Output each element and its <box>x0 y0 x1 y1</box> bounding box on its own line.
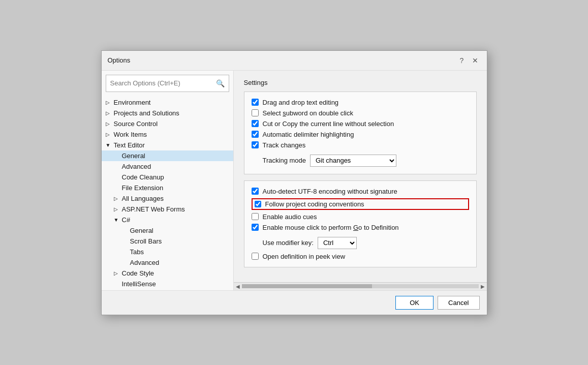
checkbox-row-drag-drop: Drag and drop text editing <box>252 97 469 108</box>
label-drag-drop[interactable]: Drag and drop text editing <box>263 99 339 106</box>
right-panel: Settings Drag and drop text editing Sele… <box>234 71 487 290</box>
tree-arrow-projects-solutions: ▷ <box>106 110 112 116</box>
tree-label-asp-net-web-forms: ASP.NET Web Forms <box>122 205 185 213</box>
left-panel: 🔍 ▷Environment▷Projects and Solutions▷So… <box>102 71 234 290</box>
cancel-button[interactable]: Cancel <box>438 296 479 310</box>
dialog-body: 🔍 ▷Environment▷Projects and Solutions▷So… <box>102 71 487 290</box>
label-auto-utf8[interactable]: Auto-detect UTF-8 encoding without signa… <box>263 188 397 195</box>
tree-label-code-style: Code Style <box>122 269 154 277</box>
tree-item-csharp[interactable]: ▼C# <box>102 215 233 225</box>
tree-arrow-csharp: ▼ <box>114 217 120 223</box>
tree-arrow-text-editor: ▼ <box>106 142 112 148</box>
label-cut-copy[interactable]: Cut or Copy the current line without sel… <box>263 120 394 128</box>
options-dialog: Options ? ✕ 🔍 ▷Environment▷Projects and … <box>101 50 487 315</box>
checkbox-row-auto-delimiter: Automatic delimiter highlighting <box>252 129 469 140</box>
checkbox-row-mouse-click-go: Enable mouse click to perform Go to Defi… <box>252 222 469 233</box>
tree-item-intellisense[interactable]: IntelliSense <box>102 279 233 289</box>
checkbox-row-track-changes: Track changes <box>252 140 469 150</box>
settings-title: Settings <box>244 79 477 86</box>
dialog-title: Options <box>108 56 131 64</box>
checkbox-cut-copy[interactable] <box>252 120 259 127</box>
help-button[interactable]: ? <box>456 55 468 66</box>
label-open-peek[interactable]: Open definition in peek view <box>263 253 346 260</box>
settings-group-1: Drag and drop text editing Select subwor… <box>244 92 477 174</box>
tree-label-csharp-advanced: Advanced <box>130 259 160 266</box>
settings-group-2: Auto-detect UTF-8 encoding without signa… <box>244 180 477 267</box>
tree-item-code-cleanup[interactable]: Code Cleanup <box>102 172 233 182</box>
tree-item-projects-solutions[interactable]: ▷Projects and Solutions <box>102 108 233 118</box>
tree-arrow-environment: ▷ <box>106 100 112 105</box>
checkbox-select-subword[interactable] <box>252 109 259 116</box>
label-auto-delimiter[interactable]: Automatic delimiter highlighting <box>263 131 354 138</box>
tree-label-intellisense: IntelliSense <box>122 280 156 288</box>
tree-item-csharp-scroll-bars[interactable]: Scroll Bars <box>102 236 233 247</box>
checkbox-row-select-subword: Select subword on double click <box>252 108 469 118</box>
search-icon: 🔍 <box>216 79 225 87</box>
tree-item-csharp-general[interactable]: General <box>102 225 233 236</box>
modifier-key-select[interactable]: Ctrl Alt Ctrl+Alt <box>318 237 357 249</box>
settings-scroll-area: Settings Drag and drop text editing Sele… <box>234 71 487 282</box>
tree-arrow-source-control: ▷ <box>106 121 112 127</box>
checkbox-drag-drop[interactable] <box>252 99 259 106</box>
tree-container: ▷Environment▷Projects and Solutions▷Sour… <box>102 96 233 290</box>
tree-item-source-control[interactable]: ▷Source Control <box>102 118 233 129</box>
h-scroll-track <box>242 284 479 288</box>
tree-label-source-control: Source Control <box>114 120 158 128</box>
checkbox-track-changes[interactable] <box>252 141 259 148</box>
checkbox-follow-project[interactable] <box>255 201 261 207</box>
label-mouse-click-go[interactable]: Enable mouse click to perform Go to Defi… <box>263 224 399 231</box>
tree-item-environment[interactable]: ▷Environment <box>102 97 233 108</box>
label-track-changes[interactable]: Track changes <box>263 141 306 149</box>
tree-label-code-cleanup: Code Cleanup <box>122 173 164 181</box>
tree-arrow-work-items: ▷ <box>106 132 112 137</box>
tree-label-csharp-general: General <box>130 227 153 234</box>
tree-item-csharp-advanced[interactable]: Advanced <box>102 257 233 268</box>
checkbox-enable-audio[interactable] <box>252 213 259 220</box>
checkbox-row-auto-utf8: Auto-detect UTF-8 encoding without signa… <box>252 186 469 197</box>
tracking-mode-row: Tracking mode Git changes None Track cha… <box>252 153 469 169</box>
checkbox-row-open-peek: Open definition in peek view <box>252 251 469 262</box>
horizontal-scrollbar[interactable]: ◀ ▶ <box>234 282 487 290</box>
scroll-left-arrow[interactable]: ◀ <box>236 284 240 289</box>
bottom-bar: OK Cancel <box>102 290 487 315</box>
title-bar-controls: ? ✕ <box>456 55 481 66</box>
tree-label-all-languages: All Languages <box>122 195 164 202</box>
title-bar: Options ? ✕ <box>102 51 487 71</box>
tree-label-projects-solutions: Projects and Solutions <box>114 109 179 117</box>
close-button[interactable]: ✕ <box>470 55 481 66</box>
tree-item-asp-net-web-forms[interactable]: ▷ASP.NET Web Forms <box>102 204 233 215</box>
tracking-mode-select[interactable]: Git changes None Track changes on open <box>310 155 396 167</box>
tree-label-csharp-tabs: Tabs <box>130 248 144 256</box>
tree-arrow-asp-net-web-forms: ▷ <box>114 206 120 212</box>
tree-item-code-style[interactable]: ▷Code Style <box>102 268 233 279</box>
tree-label-csharp: C# <box>122 216 131 224</box>
checkbox-auto-utf8[interactable] <box>252 188 259 195</box>
tree-item-csharp-tabs[interactable]: Tabs <box>102 247 233 257</box>
label-select-subword[interactable]: Select subword on double click <box>263 109 354 117</box>
tracking-mode-label: Tracking mode <box>263 157 306 164</box>
tree-arrow-all-languages: ▷ <box>114 196 120 201</box>
checkbox-open-peek[interactable] <box>252 253 259 260</box>
tree-item-work-items[interactable]: ▷Work Items <box>102 129 233 140</box>
ok-button[interactable]: OK <box>395 296 434 310</box>
checkbox-auto-delimiter[interactable] <box>252 131 259 138</box>
label-follow-project[interactable]: Follow project coding conventions <box>265 200 364 208</box>
label-enable-audio[interactable]: Enable audio cues <box>263 213 317 221</box>
tree-label-csharp-scroll-bars: Scroll Bars <box>130 237 162 245</box>
tree-label-environment: Environment <box>114 99 151 106</box>
checkbox-mouse-click-go[interactable] <box>252 224 259 231</box>
tree-arrow-code-style: ▷ <box>114 270 120 276</box>
tree-item-all-languages[interactable]: ▷All Languages <box>102 193 233 204</box>
tree-item-general[interactable]: General <box>102 150 233 161</box>
tree-label-advanced: Advanced <box>122 163 151 170</box>
checkbox-row-cut-copy: Cut or Copy the current line without sel… <box>252 118 469 129</box>
search-box-wrapper[interactable]: 🔍 <box>106 75 229 92</box>
h-scroll-thumb[interactable] <box>242 284 372 288</box>
tree-item-file-extension[interactable]: File Extension <box>102 182 233 193</box>
checkbox-row-enable-audio: Enable audio cues <box>252 211 469 222</box>
tree-item-text-editor[interactable]: ▼Text Editor <box>102 140 233 150</box>
checkbox-row-follow-project: Follow project coding conventions <box>252 198 469 210</box>
tree-item-advanced[interactable]: Advanced <box>102 161 233 172</box>
search-input[interactable] <box>110 79 216 87</box>
scroll-right-arrow[interactable]: ▶ <box>481 284 485 289</box>
